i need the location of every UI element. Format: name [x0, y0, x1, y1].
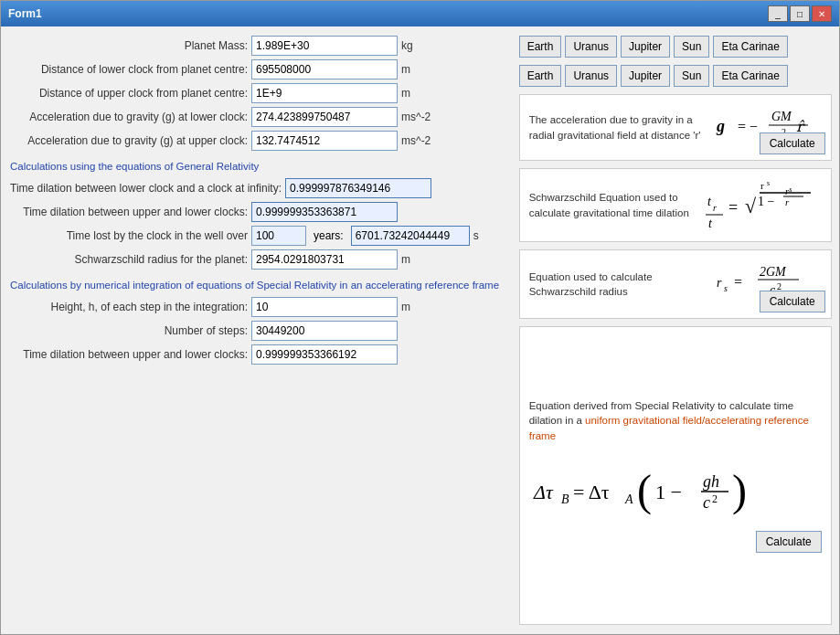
- time-dil-upper-lower-label: Time dilation between upper and lower cl…: [10, 206, 248, 218]
- svg-text:A: A: [624, 492, 633, 506]
- eta-carinae-btn-1[interactable]: Eta Carinae: [713, 36, 787, 58]
- gr-section-title: Calculations using the equations of Gene…: [10, 161, 259, 172]
- svg-text:= Δτ: = Δτ: [573, 481, 610, 503]
- sr-formula-box: Equation derived from Special Relativity…: [519, 326, 832, 625]
- time-dil-sr-row: Time dilation between upper and lower cl…: [10, 344, 510, 365]
- maximize-button[interactable]: □: [790, 5, 810, 22]
- time-dil-upper-lower-input[interactable]: [251, 202, 398, 222]
- schwarzschild-calculate-button[interactable]: Calculate: [760, 291, 825, 312]
- jupiter-btn-2[interactable]: Jupiter: [621, 65, 670, 87]
- lower-clock-row: Distance of lower clock from planet cent…: [10, 59, 510, 79]
- sr-formula-desc: Equation derived from Special Relativity…: [529, 400, 809, 440]
- svg-text:= −: = −: [738, 119, 758, 134]
- planet-mass-input[interactable]: [251, 36, 398, 56]
- minimize-button[interactable]: _: [768, 5, 788, 22]
- accel-upper-label: Acceleration due to gravity (g) at upper…: [10, 134, 248, 147]
- titlebar: Form1 _ □ ✕: [1, 1, 839, 26]
- time-lost-unit: s: [473, 229, 510, 242]
- earth-btn-2[interactable]: Earth: [519, 65, 562, 87]
- svg-text:1 −: 1 −: [758, 195, 775, 208]
- window-title: Form1: [8, 7, 42, 20]
- earth-btn-1[interactable]: Earth: [519, 36, 562, 58]
- accel-lower-unit: ms^-2: [401, 111, 438, 123]
- upper-clock-unit: m: [401, 87, 438, 100]
- height-label: Height, h, of each step in the integrati…: [10, 301, 248, 313]
- years-input[interactable]: [251, 226, 306, 246]
- schwarzschild-radius-desc: Equation used to calculate Schwarzschild…: [529, 271, 653, 297]
- svg-text:r: r: [717, 276, 722, 290]
- svg-text:s: s: [767, 179, 770, 187]
- svg-text:r: r: [760, 180, 764, 191]
- upper-clock-input[interactable]: [251, 83, 398, 103]
- sr-calculate-button[interactable]: Calculate: [756, 531, 822, 553]
- svg-text:rs: rs: [785, 185, 792, 196]
- steps-input[interactable]: [251, 321, 398, 341]
- schwarzschild-unit: m: [401, 253, 438, 266]
- time-lost-label: Time lost by the clock in the well over: [10, 229, 248, 242]
- time-lost-row: Time lost by the clock in the well over …: [10, 226, 510, 246]
- accel-lower-label: Acceleration due to gravity (g) at lower…: [10, 111, 248, 123]
- preset-row-1: Earth Uranus Jupiter Sun Eta Carinae: [519, 36, 832, 58]
- svg-text:=: =: [728, 198, 738, 217]
- schwarzschild-radius-box: Equation used to calculate Schwarzschild…: [519, 249, 832, 319]
- svg-text:r: r: [785, 196, 790, 207]
- lower-clock-label: Distance of lower clock from planet cent…: [10, 63, 248, 76]
- svg-text:(: (: [637, 466, 652, 515]
- svg-text:√: √: [745, 195, 757, 217]
- gravity-calculate-button[interactable]: Calculate: [760, 132, 825, 154]
- svg-text:GM: GM: [771, 110, 792, 123]
- schwarzschild-eq-svg: t r t = √ r s 1 − r rs: [703, 176, 822, 231]
- accel-lower-row: Acceleration due to gravity (g) at lower…: [10, 107, 510, 127]
- height-input[interactable]: [251, 297, 398, 317]
- steps-row: Number of steps:: [10, 321, 510, 341]
- lower-clock-unit: m: [401, 63, 438, 76]
- eta-carinae-btn-2[interactable]: Eta Carinae: [713, 65, 787, 87]
- svg-text:Δτ: Δτ: [533, 481, 554, 503]
- schwarzschild-input[interactable]: [251, 249, 398, 270]
- svg-text:B: B: [561, 492, 569, 506]
- time-lost-input[interactable]: [351, 226, 470, 246]
- svg-text:c: c: [703, 493, 710, 512]
- schwarzschild-eq-box: Schwarzschild Equation used to calculate…: [519, 168, 832, 242]
- svg-text:2: 2: [712, 492, 718, 505]
- lower-clock-input[interactable]: [251, 59, 398, 79]
- content-area: Planet Mass: kg Distance of lower clock …: [1, 26, 839, 634]
- uranus-btn-2[interactable]: Uranus: [565, 65, 617, 87]
- svg-text:1 −: 1 −: [655, 481, 682, 503]
- planet-mass-unit: kg: [401, 39, 438, 52]
- svg-text:gh: gh: [703, 472, 719, 491]
- height-row: Height, h, of each step in the integrati…: [10, 297, 510, 317]
- close-button[interactable]: ✕: [812, 5, 832, 22]
- svg-text:2GM: 2GM: [760, 265, 787, 279]
- time-dil-lower-label: Time dilation between lower clock and a …: [10, 182, 282, 195]
- uranus-btn-1[interactable]: Uranus: [565, 36, 617, 58]
- sun-btn-2[interactable]: Sun: [674, 65, 709, 87]
- time-dil-lower-row: Time dilation between lower clock and a …: [10, 178, 510, 198]
- sr-section-title: Calculations by numerical integration of…: [10, 280, 499, 291]
- upper-clock-label: Distance of upper clock from planet cent…: [10, 87, 248, 100]
- schwarzschild-row: Schwarzschild radius for the planet: m: [10, 249, 510, 270]
- sr-formula-svg: Δτ B = Δτ A ( 1 − gh c 2 ): [529, 449, 822, 522]
- jupiter-btn-1[interactable]: Jupiter: [621, 36, 670, 58]
- gravity-formula-box: The acceleration due to gravity in a rad…: [519, 94, 832, 161]
- accel-lower-input[interactable]: [251, 107, 398, 127]
- sun-btn-1[interactable]: Sun: [674, 36, 709, 58]
- main-window: Form1 _ □ ✕ Planet Mass: kg Distance of …: [0, 0, 840, 635]
- planet-mass-label: Planet Mass:: [10, 39, 248, 52]
- svg-text:g: g: [716, 117, 725, 135]
- accel-upper-unit: ms^-2: [401, 134, 438, 147]
- time-dil-lower-input[interactable]: [285, 178, 431, 198]
- svg-text:): ): [732, 466, 747, 515]
- years-label: years:: [314, 229, 344, 242]
- left-panel: Planet Mass: kg Distance of lower clock …: [10, 36, 510, 625]
- gravity-formula-desc: The acceleration due to gravity in a rad…: [529, 114, 701, 140]
- time-dil-sr-input[interactable]: [251, 344, 398, 365]
- steps-label: Number of steps:: [10, 324, 248, 337]
- accel-upper-row: Acceleration due to gravity (g) at upper…: [10, 131, 510, 151]
- preset-row-2: Earth Uranus Jupiter Sun Eta Carinae: [519, 65, 832, 87]
- accel-upper-input[interactable]: [251, 131, 398, 151]
- svg-text:t: t: [707, 195, 712, 208]
- svg-text:=: =: [734, 274, 742, 290]
- schwarzschild-eq-desc: Schwarzschild Equation used to calculate…: [529, 192, 689, 217]
- titlebar-buttons: _ □ ✕: [768, 5, 832, 22]
